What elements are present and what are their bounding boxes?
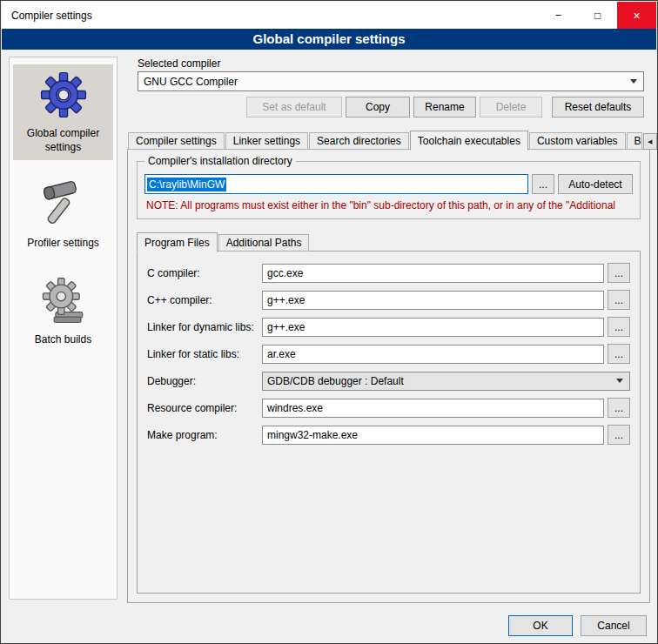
field-value: g++.exe	[267, 321, 305, 333]
delete-button[interactable]: Delete	[480, 97, 542, 117]
browse-directory-button[interactable]: ...	[532, 174, 554, 194]
c-compiler-browse-button[interactable]: ...	[608, 263, 630, 283]
rename-button[interactable]: Rename	[413, 97, 476, 117]
auto-detect-button[interactable]: Auto-detect	[558, 174, 633, 194]
cpp-compiler-input[interactable]: g++.exe	[262, 291, 604, 310]
close-button[interactable]: ×	[617, 2, 656, 29]
field-value: ar.exe	[267, 348, 296, 360]
main-tabstrip: Compiler settings Linker settings Search…	[128, 130, 649, 150]
toolchain-subtabs: Program Files Additional Paths	[137, 232, 649, 252]
compiler-select-value: GNU GCC Compiler	[144, 76, 238, 88]
static-linker-label: Linker for static libs:	[147, 348, 262, 360]
window-title: Compiler settings	[2, 10, 539, 22]
installation-directory-input[interactable]: C:\raylib\MinGW	[144, 174, 528, 194]
c-compiler-label: C compiler:	[147, 267, 262, 279]
field-value: g++.exe	[267, 294, 305, 306]
gear-blue-icon	[38, 70, 89, 123]
form-row: C compiler: gcc.exe ...	[147, 263, 630, 283]
sidebar-item-global-compiler-settings[interactable]: Global compiler settings	[13, 64, 113, 160]
form-row: Make program: mingw32-make.exe ...	[147, 425, 630, 445]
titlebar: Compiler settings − □ ×	[2, 2, 656, 29]
installation-directory-group: Compiler's installation directory C:\ray…	[137, 161, 641, 219]
toolchain-tab-page: Compiler's installation directory C:\ray…	[127, 149, 650, 603]
chevron-down-icon	[630, 79, 637, 84]
installation-note: NOTE: All programs must exist either in …	[146, 199, 631, 211]
sidebar-item-label: Batch builds	[35, 333, 91, 347]
field-value: gcc.exe	[267, 267, 303, 279]
installation-directory-row: C:\raylib\MinGW ... Auto-detect	[144, 174, 633, 194]
minimize-button[interactable]: −	[539, 2, 578, 29]
subtab-program-files[interactable]: Program Files	[137, 232, 218, 252]
installation-directory-value: C:\raylib\MinGW	[147, 178, 226, 191]
debugger-select-value: GDB/CDB debugger : Default	[267, 375, 404, 387]
category-sidebar: Global compiler settings Profiler settin…	[9, 57, 118, 600]
c-compiler-input[interactable]: gcc.exe	[262, 264, 604, 283]
form-row: Linker for static libs: ar.exe ...	[147, 344, 630, 364]
field-value: mingw32-make.exe	[267, 429, 358, 441]
reset-defaults-button[interactable]: Reset defaults	[552, 97, 644, 117]
set-as-default-button[interactable]: Set as default	[246, 97, 342, 117]
cpp-compiler-label: C++ compiler:	[147, 294, 262, 306]
dynamic-linker-browse-button[interactable]: ...	[608, 317, 630, 337]
spacer	[138, 97, 243, 117]
tab-custom-variables[interactable]: Custom variables	[529, 132, 626, 150]
dialog-footer: OK Cancel	[508, 615, 647, 636]
selected-compiler-label: Selected compiler	[138, 57, 220, 70]
make-program-label: Make program:	[147, 429, 262, 441]
resource-compiler-input[interactable]: windres.exe	[262, 399, 604, 418]
ok-button[interactable]: OK	[508, 615, 573, 636]
make-program-browse-button[interactable]: ...	[608, 425, 630, 445]
field-value: windres.exe	[267, 402, 323, 414]
copy-button[interactable]: Copy	[346, 97, 410, 117]
tab-scroll-arrows: ◀ ▶	[643, 133, 658, 150]
tab-compiler-settings[interactable]: Compiler settings	[128, 132, 225, 150]
cancel-button[interactable]: Cancel	[581, 615, 647, 636]
tab-linker-settings[interactable]: Linker settings	[225, 132, 308, 150]
dynamic-linker-input[interactable]: g++.exe	[262, 318, 604, 337]
form-row: C++ compiler: g++.exe ...	[147, 290, 630, 310]
form-row: Resource compiler: windres.exe ...	[147, 398, 630, 418]
hammer-icon	[38, 179, 89, 232]
dialog-header: Global compiler settings	[2, 29, 656, 50]
debugger-select[interactable]: GDB/CDB debugger : Default	[262, 372, 630, 391]
program-files-panel: C compiler: gcc.exe ... C++ compiler: g+…	[137, 251, 641, 594]
sidebar-item-label: Profiler settings	[27, 237, 99, 251]
debugger-label: Debugger:	[147, 375, 262, 387]
tab-toolchain-executables[interactable]: Toolchain executables	[410, 131, 528, 151]
form-row: Linker for dynamic libs: g++.exe ...	[147, 317, 630, 337]
subtab-additional-paths[interactable]: Additional Paths	[218, 234, 310, 252]
chevron-down-icon	[616, 379, 623, 383]
form-row: Debugger: GDB/CDB debugger : Default	[147, 371, 630, 391]
sidebar-item-batch-builds[interactable]: Batch builds	[13, 271, 113, 353]
maximize-button[interactable]: □	[578, 2, 617, 29]
tab-build-options[interactable]: Buil	[627, 132, 642, 150]
compiler-settings-dialog: { "window": { "title": "Compiler setting…	[0, 0, 658, 644]
sidebar-item-profiler-settings[interactable]: Profiler settings	[13, 174, 113, 257]
compiler-select[interactable]: GNU GCC Compiler	[138, 71, 644, 91]
tab-scroll-left-icon[interactable]: ◀	[643, 133, 657, 150]
static-linker-browse-button[interactable]: ...	[608, 344, 630, 364]
dynamic-linker-label: Linker for dynamic libs:	[147, 321, 262, 333]
cpp-compiler-browse-button[interactable]: ...	[608, 290, 630, 310]
installation-directory-group-title: Compiler's installation directory	[144, 155, 296, 167]
make-program-input[interactable]: mingw32-make.exe	[262, 426, 604, 445]
compiler-actions: Set as default Copy Rename Delete Reset …	[138, 97, 644, 117]
resource-compiler-browse-button[interactable]: ...	[608, 398, 630, 418]
sidebar-item-label: Global compiler settings	[15, 127, 111, 154]
static-linker-input[interactable]: ar.exe	[262, 345, 604, 364]
resource-compiler-label: Resource compiler:	[147, 402, 262, 414]
tab-search-directories[interactable]: Search directories	[309, 132, 409, 150]
gear-gray-icon	[38, 276, 89, 329]
